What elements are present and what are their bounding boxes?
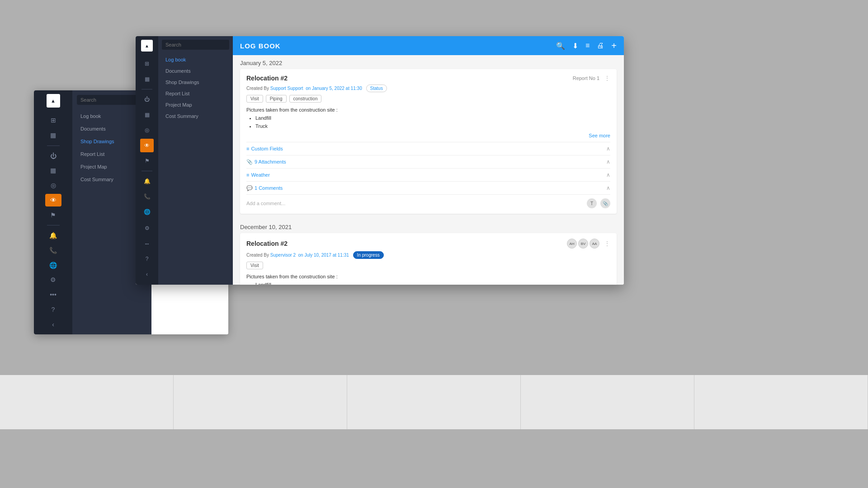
front-body: January 5, 2022 Relocation #2 Report No … — [233, 55, 624, 285]
chevron-customfields-1: ∧ — [606, 145, 610, 152]
sidebar-icon-chart[interactable]: ▦ — [45, 129, 61, 142]
list-item-truck-1: Truck — [255, 122, 610, 131]
sidebar-icon-bell[interactable]: 🔔 — [45, 229, 61, 242]
sidebar-icon-flag[interactable]: ⚑ — [45, 208, 61, 221]
log-card-2-meta: AH BV AA ⋮ — [567, 239, 610, 249]
log-card-2-section-label: Pictures taken from the construction sit… — [246, 274, 610, 279]
front-nav-documents[interactable]: Documents — [162, 66, 229, 76]
user-avatars-2: AH BV AA — [567, 239, 599, 249]
avatar-bv: BV — [578, 239, 588, 249]
strip-cell-2 — [174, 375, 347, 429]
chevron-weather-1: ∧ — [606, 172, 610, 178]
log-expandable-comments-1[interactable]: 💬 1 Comments ∧ — [246, 181, 610, 194]
front-sidebar-collapse[interactable]: ‹ — [140, 267, 154, 281]
front-sidebar-power[interactable]: ⏻ — [140, 93, 154, 106]
front-sidebar-eye[interactable]: 👁 — [140, 139, 154, 152]
front-header-icons: 🔍 ⬇ ≡ 🖨 + — [556, 41, 617, 51]
log-card-1-report: Report No 1 — [573, 75, 599, 81]
log-card-1-comment-box: Add a comment... T 📎 — [246, 194, 610, 208]
front-sidebar-help[interactable]: ? — [140, 252, 154, 266]
front-icon-sidebar: ▲ ⊞ ▦ ⏻ ▦ ◎ 👁 ⚑ 🔔 📞 🌐 ⚙ ••• ? ‹ — [136, 36, 158, 285]
log-card-1-status: Status — [366, 84, 387, 92]
list-item-landfill-2: Landfill — [255, 281, 610, 285]
sidebar-icon-globe[interactable]: 🌐 — [45, 258, 61, 272]
header-search-icon[interactable]: 🔍 — [556, 42, 565, 50]
log-card-1-see-more[interactable]: See more — [246, 133, 610, 138]
front-header-title: LOG BOOK — [240, 42, 281, 50]
log-card-1-more[interactable]: ⋮ — [604, 75, 610, 82]
sidebar-icon-phone[interactable]: 📞 — [45, 244, 61, 257]
front-nav-costsummary[interactable]: Cost Summary — [162, 111, 229, 122]
front-sidebar-target[interactable]: ◎ — [140, 123, 154, 137]
front-nav-shopdrawings[interactable]: Shop Drawings — [162, 77, 229, 88]
date-section-jan2022: January 5, 2022 — [233, 55, 624, 69]
front-logo: ▲ — [141, 40, 153, 52]
log-card-2: Relocation #2 AH BV AA ⋮ Created By Supe… — [240, 233, 617, 285]
front-sidebar-dots[interactable]: ••• — [140, 237, 154, 250]
log-card-2-more[interactable]: ⋮ — [604, 240, 610, 247]
log-card-2-created: Created By Supervisor 2 on July 10, 2017… — [246, 251, 610, 259]
sidebar-icon-calendar[interactable]: ▦ — [45, 164, 61, 177]
tag-visit-1: Visit — [246, 95, 263, 103]
avatar-aa: AA — [590, 239, 599, 249]
back-icon-sidebar: ▲ ⊞ ▦ ⏻ ▦ ◎ 👁 ⚑ 🔔 📞 🌐 ⚙ ••• ? ‹ — [34, 90, 72, 334]
comment-actions-1: T 📎 — [587, 198, 610, 208]
front-sidebar-calendar[interactable]: ▦ — [140, 108, 154, 122]
header-print-icon[interactable]: 🖨 — [597, 42, 604, 50]
strip-cell-3 — [347, 375, 521, 429]
log-card-2-title: Relocation #2 — [246, 240, 288, 247]
chevron-attachments-1: ∧ — [606, 159, 610, 165]
log-card-1-title: Relocation #2 — [246, 75, 288, 82]
comment-action-2[interactable]: 📎 — [600, 198, 610, 208]
header-filter-icon[interactable]: ≡ — [585, 42, 590, 50]
log-expandable-attachments-1[interactable]: 📎 9 Attachments ∧ — [246, 155, 610, 168]
header-add-icon[interactable]: + — [611, 41, 617, 51]
log-card-2-status: In progress — [353, 251, 384, 259]
sidebar-icon-collapse[interactable]: ‹ — [45, 318, 61, 331]
log-card-1: Relocation #2 Report No 1 ⋮ Created By S… — [240, 69, 617, 214]
front-nav-logbook[interactable]: Log book — [162, 54, 229, 65]
sidebar-icon-help[interactable]: ? — [45, 303, 61, 316]
front-window-logbook: ▲ ⊞ ▦ ⏻ ▦ ◎ 👁 ⚑ 🔔 📞 🌐 ⚙ ••• ? ‹ Log book… — [136, 36, 624, 285]
sidebar-icon-gear[interactable]: ⚙ — [45, 273, 61, 286]
front-main-content: LOG BOOK 🔍 ⬇ ≡ 🖨 + January 5, 2022 Reloc… — [233, 36, 624, 285]
front-sidebar-phone[interactable]: 📞 — [140, 190, 154, 203]
front-nav-projectmap[interactable]: Project Map — [162, 99, 229, 110]
comment-action-1[interactable]: T — [587, 198, 597, 208]
log-expandable-customfields-1[interactable]: ≡ Custom Fields ∧ — [246, 142, 610, 155]
sidebar-icon-target[interactable]: ◎ — [45, 179, 61, 192]
sidebar-icon-power[interactable]: ⏻ — [45, 149, 61, 162]
front-sidebar-flag[interactable]: ⚑ — [140, 154, 154, 168]
front-nav-reportlist[interactable]: Report List — [162, 88, 229, 99]
front-nav-sidebar: Log book Documents Shop Drawings Report … — [158, 36, 233, 285]
comment-placeholder-1: Add a comment... — [246, 201, 587, 206]
sidebar-icon-home[interactable]: ⊞ — [45, 114, 61, 127]
front-sidebar-home[interactable]: ⊞ — [140, 57, 154, 70]
front-sidebar-chart[interactable]: ▦ — [140, 72, 154, 86]
front-header: LOG BOOK 🔍 ⬇ ≡ 🖨 + — [233, 36, 624, 55]
tag-construction-1: construction — [289, 95, 322, 103]
desktop: ▲ ⊞ ▦ ⏻ ▦ ◎ 👁 ⚑ 🔔 📞 🌐 ⚙ ••• ? ‹ Log book… — [0, 0, 868, 488]
log-card-2-header: Relocation #2 AH BV AA ⋮ — [246, 239, 610, 249]
tag-piping-1: Piping — [266, 95, 287, 103]
bottom-thumbnail-strip — [0, 375, 868, 429]
tag-visit-2: Visit — [246, 262, 263, 269]
strip-cell-5 — [694, 375, 868, 429]
front-sidebar-bell[interactable]: 🔔 — [140, 174, 154, 188]
log-expandable-weather-1[interactable]: ≡ Weather ∧ — [246, 168, 610, 181]
back-logo: ▲ — [47, 94, 60, 108]
front-sidebar-globe[interactable]: 🌐 — [140, 205, 154, 219]
log-card-2-tags: Visit — [246, 262, 610, 269]
chevron-comments-1: ∧ — [606, 185, 610, 191]
front-search-input[interactable] — [162, 40, 229, 50]
header-download-icon[interactable]: ⬇ — [572, 42, 578, 50]
log-card-1-header: Relocation #2 Report No 1 ⋮ — [246, 75, 610, 82]
log-card-1-section-label: Pictures taken from the construction sit… — [246, 107, 610, 113]
front-sidebar-gear[interactable]: ⚙ — [140, 221, 154, 235]
strip-cell-1 — [0, 375, 174, 429]
sidebar-icon-eye[interactable]: 👁 — [45, 194, 61, 207]
log-card-1-created: Created By Support Support on January 5,… — [246, 84, 610, 92]
log-card-1-list: Landfill Truck — [246, 114, 610, 130]
log-card-1-tags: Visit Piping construction — [246, 95, 610, 103]
sidebar-icon-dots[interactable]: ••• — [45, 288, 61, 301]
